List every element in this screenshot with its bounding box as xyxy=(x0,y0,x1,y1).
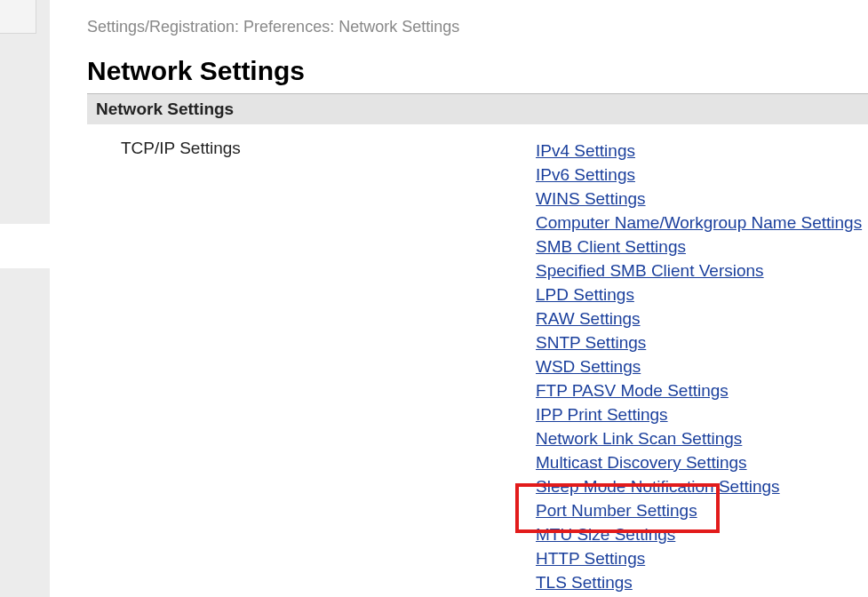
link-raw-settings[interactable]: RAW Settings xyxy=(536,306,862,330)
link-multicast-discovery-settings[interactable]: Multicast Discovery Settings xyxy=(536,450,862,474)
link-http-settings[interactable]: HTTP Settings xyxy=(536,546,862,570)
sidebar-gap xyxy=(0,224,50,268)
link-ipp-print-settings[interactable]: IPP Print Settings xyxy=(536,402,862,426)
link-ftp-pasv-mode-settings[interactable]: FTP PASV Mode Settings xyxy=(536,378,862,402)
link-wsd-settings[interactable]: WSD Settings xyxy=(536,354,862,378)
link-ipv4-settings[interactable]: IPv4 Settings xyxy=(536,139,862,163)
breadcrumb: Settings/Registration: Preferences: Netw… xyxy=(87,18,868,36)
link-smb-client-settings[interactable]: SMB Client Settings xyxy=(536,235,862,259)
link-tls-settings[interactable]: TLS Settings xyxy=(536,570,862,594)
settings-row: TCP/IP Settings IPv4 Settings IPv6 Setti… xyxy=(87,139,868,594)
link-mtu-size-settings[interactable]: MTU Size Settings xyxy=(536,522,862,546)
settings-links-list: IPv4 Settings IPv6 Settings WINS Setting… xyxy=(536,139,862,594)
section-header: Network Settings xyxy=(87,93,868,124)
link-ipv6-settings[interactable]: IPv6 Settings xyxy=(536,163,862,187)
link-sntp-settings[interactable]: SNTP Settings xyxy=(536,330,862,354)
link-wins-settings[interactable]: WINS Settings xyxy=(536,187,862,211)
link-port-number-settings[interactable]: Port Number Settings xyxy=(536,498,862,522)
link-specified-smb-client-versions[interactable]: Specified SMB Client Versions xyxy=(536,259,862,283)
tcpip-settings-label: TCP/IP Settings xyxy=(87,139,536,594)
content-area: Settings/Registration: Preferences: Netw… xyxy=(87,18,868,594)
page-title: Network Settings xyxy=(87,56,868,86)
link-lpd-settings[interactable]: LPD Settings xyxy=(536,283,862,306)
link-network-link-scan-settings[interactable]: Network Link Scan Settings xyxy=(536,426,862,450)
link-sleep-mode-notification-settings[interactable]: Sleep Mode Notification Settings xyxy=(536,474,862,498)
link-computer-name-workgroup-name-settings[interactable]: Computer Name/Workgroup Name Settings xyxy=(536,211,862,235)
sidebar xyxy=(0,0,50,597)
sidebar-top-box xyxy=(0,0,36,34)
